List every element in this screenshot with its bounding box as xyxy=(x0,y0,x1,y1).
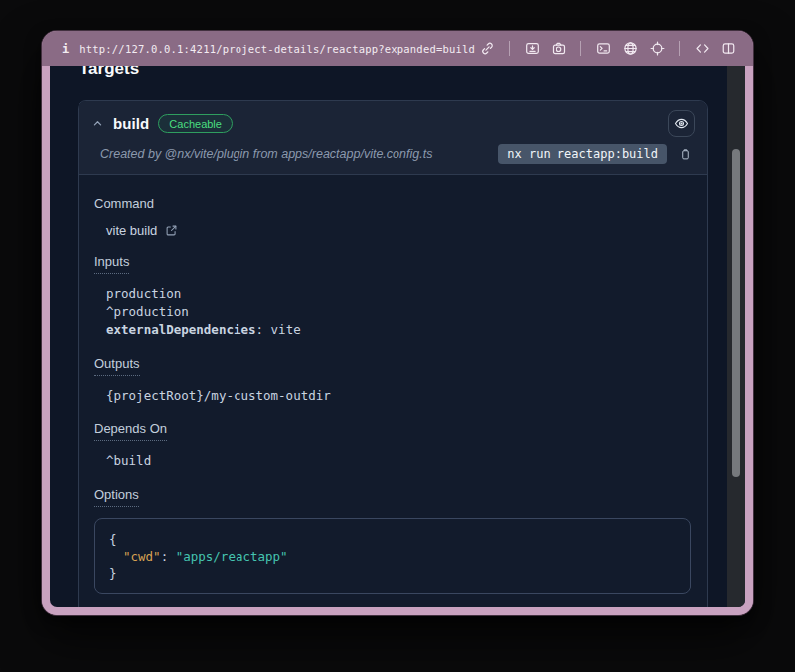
link-icon[interactable] xyxy=(478,40,496,58)
window-frame: Targets build Cacheable xyxy=(42,66,753,615)
json-key: "cwd" xyxy=(123,549,161,564)
copy-icon xyxy=(679,148,692,161)
target-name: build xyxy=(113,115,149,132)
input-item: ^production xyxy=(106,303,691,321)
build-card-body: Command vite build Inputs production ^pr… xyxy=(79,175,707,607)
created-by-text: Created by @nx/vite/plugin from apps/rea… xyxy=(100,147,432,161)
terminal-icon[interactable] xyxy=(594,40,612,58)
command-section-label: Command xyxy=(94,196,691,211)
cacheable-badge[interactable]: Cacheable xyxy=(158,114,233,133)
view-in-graph-button[interactable] xyxy=(668,110,695,137)
browser-window: i http://127.0.0.1:4211/project-details/… xyxy=(42,31,753,615)
outputs-section-label: Outputs xyxy=(94,356,691,376)
run-command-chip[interactable]: nx run reactapp:build xyxy=(498,144,667,164)
code-icon[interactable] xyxy=(693,40,711,58)
toolbar-divider xyxy=(580,41,581,56)
eye-icon xyxy=(674,116,689,131)
toolbar-divider xyxy=(509,41,510,56)
target-card-build: build Cacheable Created by @nx/vite/plug… xyxy=(78,100,708,607)
scrollbar-thumb[interactable] xyxy=(732,149,740,477)
json-value: "apps/reactapp" xyxy=(176,549,288,564)
crosshair-icon[interactable] xyxy=(648,40,666,58)
camera-icon[interactable] xyxy=(550,40,567,58)
targets-heading: Targets xyxy=(80,66,708,84)
globe-icon[interactable] xyxy=(621,40,639,58)
scrollbar-track[interactable] xyxy=(727,66,745,607)
url-text: http://127.0.0.1:4211/project-details/re… xyxy=(80,43,475,55)
depends-on-item: ^build xyxy=(106,452,691,470)
command-value: vite build xyxy=(106,223,157,238)
info-icon: i xyxy=(62,42,69,56)
output-item: {projectRoot}/my-custom-outdir xyxy=(106,387,691,405)
build-card-header: build Cacheable Created by @nx/vite/plug… xyxy=(79,101,707,175)
input-item: production xyxy=(106,285,691,303)
depends-on-section-label: Depends On xyxy=(94,421,691,441)
options-section-label: Options xyxy=(94,487,691,507)
split-columns-icon[interactable] xyxy=(719,40,737,58)
input-item: externalDependencies: vite xyxy=(106,321,691,339)
browser-toolbar: i http://127.0.0.1:4211/project-details/… xyxy=(42,31,753,66)
project-details-page: Targets build Cacheable xyxy=(50,66,745,607)
save-window-icon[interactable] xyxy=(523,40,541,58)
toolbar-icon-group xyxy=(478,40,737,58)
toolbar-divider xyxy=(679,41,680,56)
copy-command-button[interactable] xyxy=(675,144,695,164)
external-link-icon[interactable] xyxy=(164,223,179,238)
options-json-block: { "cwd": "apps/reactapp" } xyxy=(94,518,691,594)
inputs-section-label: Inputs xyxy=(94,254,691,274)
chevron-up-icon[interactable] xyxy=(91,117,104,130)
